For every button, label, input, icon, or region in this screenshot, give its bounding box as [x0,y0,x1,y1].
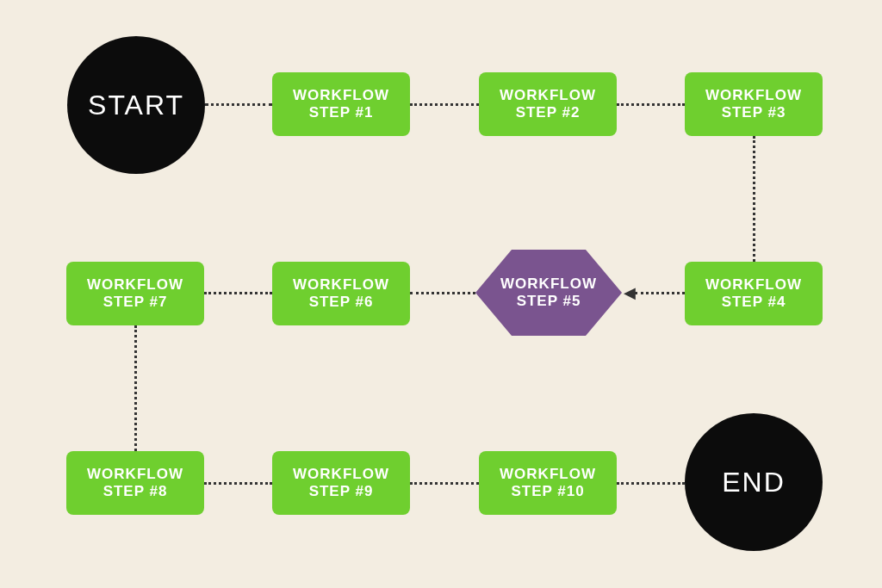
step-label: STEP #8 [103,483,168,500]
step-label: WORKFLOW [293,87,389,104]
step-label: STEP #10 [511,483,584,500]
step-label: WORKFLOW [87,276,183,294]
step-label: WORKFLOW [500,275,597,293]
connector [205,103,272,106]
step-label: WORKFLOW [500,466,596,483]
step-label: STEP #7 [103,294,168,311]
step-label: STEP #9 [309,483,374,500]
step-label: WORKFLOW [293,276,389,294]
connector [204,292,272,294]
workflow-step-6: WORKFLOW STEP #6 [272,262,410,325]
workflow-diagram: { "diagram": { "start_label": "START", "… [0,0,882,588]
workflow-step-7: WORKFLOW STEP #7 [66,262,204,325]
connector [410,482,479,485]
step-label: STEP #4 [722,294,786,311]
step-label: WORKFLOW [705,276,802,294]
connector [617,482,685,485]
workflow-step-1: WORKFLOW STEP #1 [272,72,410,136]
workflow-step-2: WORKFLOW STEP #2 [479,72,617,136]
step-label: STEP #2 [516,104,581,121]
workflow-step-10: WORKFLOW STEP #10 [479,451,617,515]
step-label: WORKFLOW [87,466,183,483]
step-label: WORKFLOW [705,87,802,104]
workflow-step-5: WORKFLOW STEP #5 [475,250,622,336]
start-label: START [88,89,184,121]
step-label: WORKFLOW [500,87,596,104]
workflow-step-4: WORKFLOW STEP #4 [685,262,823,325]
connector [410,292,475,294]
connector [134,325,137,451]
connector [753,136,755,262]
end-label: END [722,466,786,498]
step-label: STEP #5 [517,293,581,310]
connector [635,292,685,294]
workflow-step-3: WORKFLOW STEP #3 [685,72,823,136]
step-label: STEP #3 [722,104,786,121]
connector [204,482,272,485]
workflow-step-8: WORKFLOW STEP #8 [66,451,204,515]
workflow-step-9: WORKFLOW STEP #9 [272,451,410,515]
step-label: WORKFLOW [293,466,389,483]
start-node: START [67,36,205,174]
step-label: STEP #1 [309,104,374,121]
end-node: END [685,413,823,551]
step-label: STEP #6 [309,294,374,311]
connector [617,103,685,106]
arrow-left-icon: ◀ [624,285,636,300]
connector [410,103,479,106]
